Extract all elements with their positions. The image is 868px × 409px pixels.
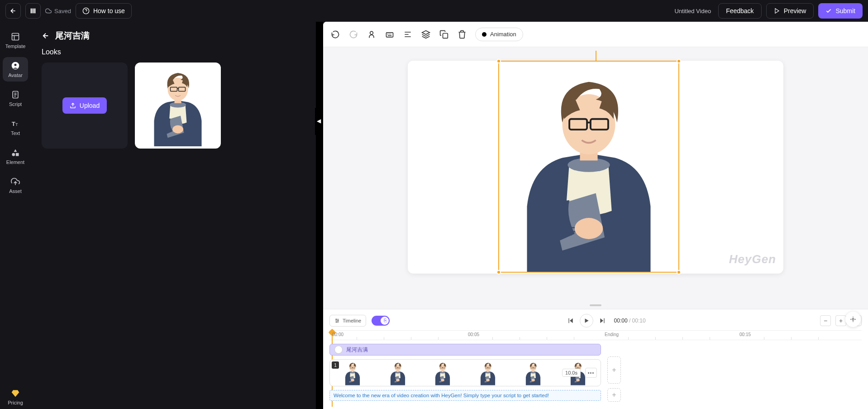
clip-duration-badge: 10.0s xyxy=(562,369,581,377)
look-thumbnail[interactable] xyxy=(135,63,221,149)
svg-rect-35 xyxy=(388,35,391,36)
svg-marker-39 xyxy=(422,30,430,34)
resize-handle-br[interactable] xyxy=(677,270,681,274)
avatar-tool-button[interactable] xyxy=(367,29,377,39)
logo-button[interactable] xyxy=(25,3,41,19)
rail-item-text[interactable]: TT Text xyxy=(3,115,28,140)
back-button[interactable] xyxy=(5,3,21,19)
logo-icon xyxy=(29,7,37,14)
timeline-panel: Timeline ⎘ 00:00 / 00:10 − + xyxy=(323,309,868,409)
feedback-button[interactable]: Feedback xyxy=(718,3,761,19)
submit-button[interactable]: Submit xyxy=(818,3,863,19)
rail-item-template[interactable]: Template xyxy=(3,28,28,53)
voice-track[interactable]: 尾河吉满 xyxy=(329,344,601,356)
layers-tool-button[interactable] xyxy=(421,29,431,39)
svg-rect-28 xyxy=(16,153,19,156)
ruler-ending: Ending xyxy=(605,332,619,337)
svg-text:T: T xyxy=(12,120,15,127)
svg-rect-33 xyxy=(389,34,390,34)
svg-rect-49 xyxy=(568,318,569,323)
svg-rect-15 xyxy=(12,34,19,40)
timeline-toggle[interactable]: ⎘ xyxy=(372,316,390,326)
script-track[interactable]: Welcome to the new era of video creation… xyxy=(329,390,601,401)
zoom-fit-button[interactable] xyxy=(845,312,861,327)
selection-box[interactable] xyxy=(498,61,679,273)
upload-button[interactable]: Upload xyxy=(62,97,107,114)
arrow-left-icon xyxy=(42,32,50,40)
align-tool-button[interactable] xyxy=(403,29,413,39)
copy-icon xyxy=(439,30,448,39)
skip-back-icon xyxy=(567,317,574,324)
play-icon xyxy=(583,318,590,324)
help-circle-icon xyxy=(82,7,90,14)
clip-more-button[interactable]: ••• xyxy=(585,368,597,378)
panel-back-button[interactable] xyxy=(42,32,50,40)
animation-dot-icon xyxy=(482,32,486,37)
skip-forward-button[interactable] xyxy=(596,314,609,327)
rail-item-script[interactable]: Script xyxy=(3,86,28,111)
focus-icon xyxy=(849,316,857,323)
undo-button[interactable] xyxy=(330,29,340,39)
play-outline-icon xyxy=(774,8,780,14)
preview-button[interactable]: Preview xyxy=(766,3,814,19)
timeline-ruler[interactable]: 00:00 00:05 Ending 00:15 xyxy=(329,330,862,340)
canvas-frame[interactable]: HeyGen xyxy=(408,61,783,274)
voice-avatar-icon xyxy=(334,346,343,354)
svg-marker-29 xyxy=(12,390,19,397)
text-icon: TT xyxy=(11,119,20,128)
caption-tool-button[interactable] xyxy=(385,29,395,39)
upload-icon xyxy=(70,102,76,109)
resize-handle-tr[interactable] xyxy=(677,59,681,63)
left-rail: Template Avatar Script TT Text Element A… xyxy=(0,22,31,409)
svg-rect-32 xyxy=(387,34,388,34)
copy-tool-button[interactable] xyxy=(439,29,449,39)
rail-item-avatar[interactable]: Avatar xyxy=(3,57,28,82)
stage-resize-handle[interactable] xyxy=(590,304,601,306)
layout-icon xyxy=(11,32,20,41)
user-icon xyxy=(367,30,376,39)
trash-icon xyxy=(458,30,467,39)
svg-rect-34 xyxy=(391,34,391,34)
rail-item-element[interactable]: Element xyxy=(3,144,28,168)
user-circle-icon xyxy=(11,61,20,70)
skip-back-button[interactable] xyxy=(564,314,577,327)
svg-rect-10 xyxy=(34,9,36,14)
svg-point-19 xyxy=(14,64,17,66)
saved-indicator: Saved xyxy=(45,8,71,14)
zoom-in-button[interactable]: + xyxy=(835,315,846,326)
delete-tool-button[interactable] xyxy=(457,29,467,39)
add-script-button[interactable]: + xyxy=(607,388,621,402)
video-clip[interactable]: 1 10.0s ••• xyxy=(329,359,601,386)
zoom-out-button[interactable]: − xyxy=(820,315,831,326)
looks-heading: Looks xyxy=(42,48,305,56)
cloud-upload-icon xyxy=(11,177,20,186)
svg-point-30 xyxy=(370,31,373,34)
svg-marker-51 xyxy=(600,318,603,323)
rail-item-asset[interactable]: Asset xyxy=(3,173,28,197)
redo-button[interactable] xyxy=(348,29,358,39)
timeline-mode-button[interactable]: Timeline xyxy=(329,315,366,327)
rail-item-pricing[interactable]: Pricing xyxy=(3,385,28,409)
svg-point-46 xyxy=(338,320,339,321)
redo-icon xyxy=(349,30,358,39)
how-to-use-button[interactable]: How to use xyxy=(76,3,132,19)
watermark: HeyGen xyxy=(729,252,776,266)
resize-handle-tl[interactable] xyxy=(496,59,501,63)
play-button[interactable] xyxy=(580,314,593,327)
svg-marker-14 xyxy=(775,9,779,14)
svg-marker-11 xyxy=(33,9,34,14)
resize-handle-bl[interactable] xyxy=(496,270,501,274)
svg-rect-52 xyxy=(604,318,604,323)
animation-button[interactable]: Animation xyxy=(475,28,523,41)
add-clip-button[interactable]: + xyxy=(607,356,621,384)
canvas-stage[interactable]: HeyGen xyxy=(323,47,868,309)
panel-collapse-handle[interactable]: ◀ xyxy=(316,22,323,409)
arrow-left-icon xyxy=(10,7,17,14)
ruler-tick-0: 00:00 xyxy=(332,332,343,337)
upload-look-card[interactable]: Upload xyxy=(42,63,128,149)
project-title[interactable]: Untitled Video xyxy=(674,8,711,14)
align-icon xyxy=(403,30,412,39)
ruler-tick-15: 00:15 xyxy=(739,332,751,337)
undo-icon xyxy=(331,30,340,39)
svg-rect-31 xyxy=(386,32,393,37)
